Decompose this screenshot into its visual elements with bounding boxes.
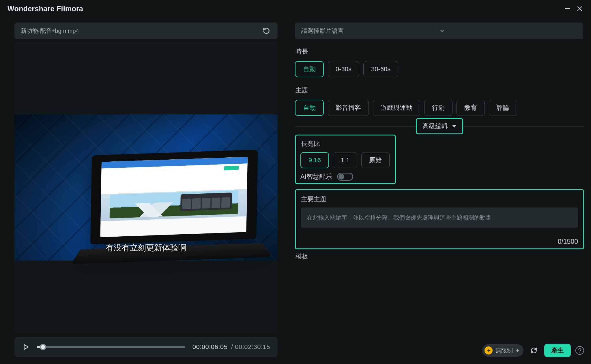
right-footer: ✦ 無限制 + 產生 ? [295,339,584,357]
window-close-button[interactable] [574,3,586,15]
play-button[interactable] [22,343,29,351]
theme-review-chip[interactable]: 評論 [489,100,517,116]
filename-text: 新功能-配音+bgm.mp4 [21,27,261,35]
duration-30-60-chip[interactable]: 30-60s [363,61,398,77]
generate-button[interactable]: 產生 [544,344,571,357]
aspect-label: 長寬比 [301,139,390,148]
theme-auto-chip[interactable]: 自動 [295,100,324,116]
plus-icon: + [516,347,519,354]
help-button[interactable]: ? [575,346,584,355]
seek-thumb[interactable] [40,344,46,350]
chevron-down-icon [439,28,577,34]
time-duration: / 00:02:30:15 [231,343,270,350]
duration-0-30-chip[interactable]: 0-30s [328,61,359,77]
aspect-1-1-chip[interactable]: 1:1 [333,152,358,168]
duration-options: 自動 0-30s 30-60s [295,61,584,77]
advanced-edit-button[interactable]: 高級編輯 [416,118,463,134]
seek-slider[interactable] [37,346,185,348]
video-preview: 有没有立刻更新体验啊 [14,42,278,333]
language-select[interactable]: 請選擇影片語言 [295,22,583,39]
ai-music-label: AI智慧配乐 [300,172,332,181]
theme-game-chip[interactable]: 遊戲與運動 [373,100,420,116]
filename-bar: 新功能-配音+bgm.mp4 [14,22,278,39]
theme-options: 自動 影音播客 遊戲與運動 行銷 教育 評論 [295,100,584,116]
aspect-highlight-box: 長寬比 9:16 1:1 原始 AI智慧配乐 [295,135,396,184]
video-subtitle: 有没有立刻更新体验啊 [14,242,278,253]
aspect-options: 9:16 1:1 原始 [300,152,390,168]
timecode: 00:00:06:05 / 00:02:30:15 [192,343,270,351]
theme-vlog-chip[interactable]: 影音播客 [328,100,369,116]
topic-char-count: 0/1500 [301,238,578,246]
aspect-original-chip[interactable]: 原始 [361,152,390,168]
topic-input[interactable] [301,208,578,228]
refresh-button[interactable] [528,345,540,356]
star-icon: ✦ [485,346,493,354]
titlebar: Wondershare Filmora [0,0,591,17]
ai-music-toggle[interactable] [337,173,353,181]
triangle-down-icon [452,125,457,128]
duration-label: 時長 [296,47,584,56]
aspect-9-16-chip[interactable]: 9:16 [300,152,329,168]
theme-marketing-chip[interactable]: 行銷 [424,100,452,116]
theme-label: 主題 [296,86,584,95]
templates-label: 模板 [296,252,584,261]
topic-highlight-box: 主要主題 0/1500 [295,189,584,249]
topic-label: 主要主題 [301,195,578,203]
reload-button[interactable] [261,26,271,36]
unlimited-label: 無限制 [495,347,513,354]
unlimited-pill[interactable]: ✦ 無限制 + [482,344,523,357]
language-placeholder: 請選擇影片語言 [301,27,439,35]
app-title: Wondershare Filmora [8,5,83,13]
time-current: 00:00:06:05 [192,343,228,350]
theme-edu-chip[interactable]: 教育 [457,100,485,116]
advanced-edit-label: 高級編輯 [422,122,448,131]
duration-auto-chip[interactable]: 自動 [295,61,324,77]
window-minimize-button[interactable] [562,3,574,15]
transport-bar: 00:00:06:05 / 00:02:30:15 [14,337,278,357]
divider: 高級編輯 [295,126,584,127]
